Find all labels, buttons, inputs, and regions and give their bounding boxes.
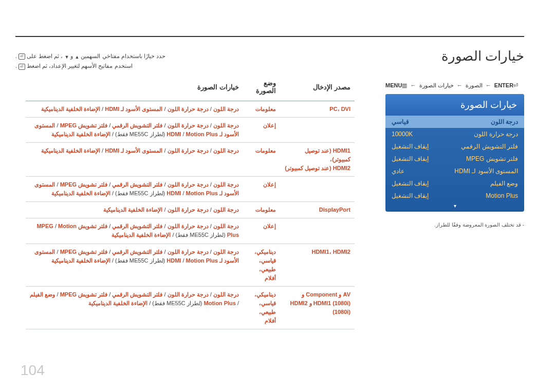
menu-item-value: إيقاف التشغيل (392, 155, 429, 162)
cell-mode: ديناميكي، قياسي، طبيعي، أفلام (243, 286, 280, 329)
cell-mode: معلومات (243, 143, 280, 177)
enter-icon: ⏎ (18, 53, 25, 60)
cell-mode: معلومات (243, 202, 280, 218)
nav-instructions: حدد خيارًا باستخدام مفتاحَي السهمين و ، … (15, 51, 355, 71)
menu-item[interactable]: فلتر تشويش MPEGإيقاف التشغيل (385, 153, 524, 165)
menu-item-value: 10000K (392, 130, 413, 138)
cell-mode: معلومات (243, 101, 280, 118)
menu-item-label: وضع الفيلم (490, 180, 518, 187)
cell-source (280, 118, 355, 143)
cell-options: درجة اللون / درجة حرارة اللون / فلتر الت… (26, 218, 243, 244)
menu-item-label: فلتر تشويش MPEG (466, 155, 518, 162)
table-row: PC، DVIمعلوماتدرجة اللون / درجة حرارة ال… (26, 101, 355, 118)
menu-item[interactable]: فلتر التشويش الرقميإيقاف التشغيل (385, 140, 524, 153)
cell-mode: ديناميكي، قياسي، طبيعي، أفلام (243, 244, 280, 286)
menu-panel: خيارات الصورة درجة اللونقياسيدرجة حرارة … (385, 94, 524, 212)
menu-item[interactable]: وضع الفيلمإيقاف التشغيل (385, 177, 524, 190)
table-row: إعلاندرجة اللون / درجة حرارة اللون / فلت… (26, 218, 355, 244)
cell-options: درجة اللون / درجة حرارة اللون / فلتر الت… (26, 286, 243, 329)
table-row: HDMI1، HDMI2ديناميكي، قياسي، طبيعي، أفلا… (26, 244, 355, 286)
cell-options: درجة اللون / درجة حرارة اللون / الإضاءة … (26, 202, 243, 218)
cell-source (280, 177, 355, 202)
table-row: DisplayPortمعلوماتدرجة اللون / درجة حرار… (26, 202, 355, 218)
cell-options: درجة اللون / درجة حرارة اللون / المستوى … (26, 143, 243, 177)
cell-options: درجة اللون / درجة حرارة اللون / فلتر الت… (26, 118, 243, 143)
cell-options: درجة اللون / درجة حرارة اللون / فلتر الت… (26, 177, 243, 202)
cell-options: درجة اللون / درجة حرارة اللون / المستوى … (26, 101, 243, 118)
menu-item[interactable]: Motion Plusإيقاف التشغيل (385, 190, 524, 202)
cell-source: DisplayPort (280, 202, 355, 218)
menu-item-label: فلتر التشويش الرقمي (461, 143, 518, 150)
cell-source (280, 218, 355, 244)
menu-item-value: عادي (392, 167, 404, 175)
menu-item-value: إيقاف التشغيل (392, 192, 429, 199)
cell-mode: إعلان (243, 118, 280, 143)
cell-source: HDMI1، HDMI2 (280, 244, 355, 286)
page-title: خيارات الصورة (441, 48, 524, 64)
page-number: 104 (21, 362, 45, 379)
table-row: HDMI1 (عند توصيل كمبيوتر)،HDMI2 (عند توص… (26, 143, 355, 177)
menu-item-value: إيقاف التشغيل (392, 180, 429, 187)
col-mode: وضع الصورة (243, 76, 280, 101)
breadcrumb: MENU▥ ← الصورة ← خيارات الصورة ← ENTER⏎ (385, 82, 524, 89)
table-row: إعلاندرجة اللون / درجة حرارة اللون / فلت… (26, 118, 355, 143)
menu-item[interactable]: درجة اللونقياسي (385, 116, 524, 128)
cell-options: درجة اللون / درجة حرارة اللون / فلتر الت… (26, 244, 243, 286)
cell-mode: إعلان (243, 218, 280, 244)
enter-icon: ⏎ (513, 82, 518, 88)
arrow-down-icon (64, 52, 69, 62)
menu-item-label: Motion Plus (486, 192, 518, 199)
menu-panel-title: خيارات الصورة (385, 94, 524, 116)
options-table: مصدر الإدخال وضع الصورة خيارات الصورة PC… (26, 76, 355, 329)
col-options: خيارات الصورة (26, 76, 243, 101)
menu-item-value: إيقاف التشغيل (392, 143, 429, 150)
cell-source: AV و Component و HDMI1 (1080i) و HDMI2 (… (280, 286, 355, 329)
table-row: إعلاندرجة اللون / درجة حرارة اللون / فلت… (26, 177, 355, 202)
menu-item[interactable]: المستوى الأسود لـ HDMIعادي (385, 165, 524, 177)
menu-item-label: درجة اللون (491, 118, 518, 125)
cell-source: HDMI1 (عند توصيل كمبيوتر)،HDMI2 (عند توص… (280, 143, 355, 177)
footnote: - قد تختلف الصورة المعروضة وفقًا للطراز. (385, 222, 524, 228)
cell-source: PC، DVI (280, 101, 355, 118)
menu-item-label: المستوى الأسود لـ HDMI (454, 167, 518, 175)
menu-item-label: درجة حرارة اللون (474, 130, 518, 138)
menu-item[interactable]: درجة حرارة اللون10000K (385, 128, 524, 140)
cell-mode: إعلان (243, 177, 280, 202)
menu-item-value: قياسي (392, 118, 409, 125)
table-row: AV و Component و HDMI1 (1080i) و HDMI2 (… (26, 286, 355, 329)
col-source: مصدر الإدخال (280, 76, 355, 101)
scroll-down-icon: ▾ (385, 202, 524, 209)
enter-icon: ⏎ (18, 64, 25, 70)
